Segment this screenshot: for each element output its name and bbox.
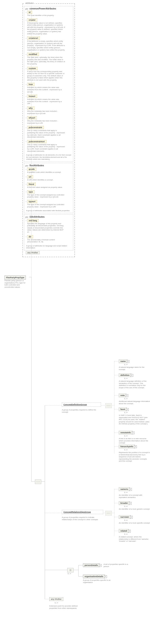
attr-desc: If the attribute is empty, specifies whi…	[27, 40, 65, 51]
attr-name: dir	[27, 235, 33, 238]
elem-name: name	[120, 360, 126, 362]
attribute-item: pubconstraintOne or many constraints tha…	[27, 126, 72, 138]
personDetails-desc: A set of properties specific to a person	[104, 563, 133, 568]
expand-icon[interactable]: +	[129, 488, 132, 491]
element-facet: facet+	[119, 408, 127, 411]
elem-name: narrower	[120, 516, 129, 518]
expand-icon[interactable]: +	[99, 564, 102, 567]
attr-desc: One or many constraints that apply to pu…	[27, 144, 65, 152]
element-related: related+	[119, 529, 129, 533]
elem-name: related	[120, 530, 127, 532]
attr-name: literal	[27, 183, 36, 186]
grp-kw: grp	[25, 8, 28, 10]
expand-icon[interactable]: +	[130, 516, 133, 518]
attribute-item: typeuriThe type of the concept assigned …	[27, 200, 72, 208]
elem-desc: An identifier of a more generic concept.	[119, 508, 150, 510]
attribute-item: literalA free-text value assigned as pro…	[27, 183, 72, 188]
expand-icon[interactable]: +	[127, 360, 129, 363]
attr-desc: Why the metadata has been included - exp…	[27, 120, 65, 124]
expand-icon[interactable]: +	[126, 394, 128, 397]
grp-kw: grp	[25, 164, 28, 167]
grp-title: commonPowerAttributes	[30, 8, 56, 10]
attribute-item: xml:langSpecifies the language of this p…	[27, 219, 72, 233]
grp-title: flexAttributes	[30, 164, 44, 167]
element-organisationDetails: organisationDetails+	[83, 575, 105, 578]
expand-icon[interactable]: +	[134, 446, 137, 448]
elem-desc: Represents the position of a concept in …	[119, 452, 150, 462]
grp-desc: A group of attributes for language and s…	[26, 245, 72, 249]
crg-title: ConceptRelationshipsGroup	[64, 511, 102, 513]
attributes-container: attributes grp commonPowerAttributesidTh…	[22, 3, 75, 257]
expand-icon[interactable]: +	[126, 408, 129, 411]
any-element-cardinality: 0..∞	[55, 602, 58, 604]
attr-desc: If set to true the corresponding propert…	[27, 70, 65, 81]
attr-desc: The local identifier of the property.	[27, 14, 65, 16]
cardinality: 0..∞	[124, 492, 128, 494]
attribute-item: pubconstrainturiOne or many constraints …	[27, 140, 72, 152]
any-element: any ##other	[49, 597, 63, 601]
choice-cardinality: 0..∞	[68, 573, 71, 575]
attr-desc: If the property value is not defined, sp…	[27, 22, 65, 35]
expand-icon[interactable]: +	[129, 502, 132, 505]
attr-name: whyuri	[27, 116, 37, 120]
organisationDetails-desc: A group of properties specific to an org…	[83, 579, 119, 584]
attr-group: grp commonPowerAttributesidThe local ide…	[24, 6, 73, 162]
sequence-compositor	[35, 480, 41, 484]
cdg-title: ConceptDefinitionGroup	[64, 404, 99, 406]
attribute-item: whyuriWhy the metadata has been included…	[27, 116, 72, 124]
expand-icon[interactable]: +	[132, 432, 134, 434]
any-element-label: any ##other	[51, 598, 62, 600]
attribute-item: modifiedThe date (and, optionally, the t…	[27, 53, 72, 65]
expand-icon[interactable]: +	[130, 374, 133, 377]
attr-desc: A qualified code which identifies a conc…	[27, 171, 65, 174]
attr-name: pubconstraint	[27, 126, 44, 129]
elem-name: broader	[120, 502, 128, 504]
attr-name: xml:lang	[27, 219, 38, 222]
cdg-desc: A group of properites required to define…	[62, 409, 99, 413]
element-broader: broader+	[119, 501, 130, 505]
elem-desc: A natural language name for the concept.	[119, 366, 150, 370]
attr-name: pubconstrainturi	[27, 140, 46, 143]
grp-desc: A group of attributes associated with fl…	[26, 210, 72, 212]
elem-name: remoteInfo	[120, 432, 131, 434]
elem-desc: An identifier of a concept with equivale…	[119, 494, 150, 498]
any-attribute: any ##other	[26, 252, 73, 254]
cardinality: 0..∞	[124, 449, 128, 451]
elem-desc: Additional natural language information …	[119, 400, 150, 404]
elem-desc: A related concept, where the relationshi…	[119, 536, 150, 542]
attr-name: creator	[27, 18, 37, 22]
grp-kw: grp	[25, 216, 28, 218]
root-type-desc: Flexible party (person or organisation) …	[4, 280, 29, 288]
crg-sequence	[106, 511, 112, 516]
attr-name: creatoruri	[27, 36, 40, 40]
root-type-name: FlexPartyPropType	[6, 276, 24, 279]
element-narrower: narrower+	[119, 515, 131, 519]
crg-desc: A group of properites required to indica…	[62, 516, 101, 520]
expand-icon[interactable]: +	[128, 530, 131, 532]
attribute-item: howuriIndicates by which means the value…	[27, 95, 72, 105]
cardinality: 0..∞	[124, 505, 128, 507]
model-group-crg: ConceptRelationshipsGroup	[62, 510, 103, 514]
attribute-item: qcodeA qualified code which identifies a…	[27, 168, 72, 174]
attribute-item: uriA URI which identifies a concept.	[27, 175, 72, 181]
any-attribute-label: any ##other	[26, 251, 40, 254]
cardinality: 0..∞	[124, 412, 128, 414]
expand-icon[interactable]: +	[104, 575, 107, 578]
attr-group: grp flexAttributesqcodeA qualified code …	[24, 163, 73, 213]
root-type: FlexPartyPropType	[4, 276, 26, 280]
element-definition: definition+	[119, 374, 131, 377]
elem-desc: An identifier of a more specific concept…	[119, 522, 150, 524]
attr-desc: A free-text value assigned as property v…	[27, 186, 65, 188]
attr-name: type	[27, 190, 34, 194]
attribute-item: creatorIf the property value is not defi…	[27, 18, 72, 35]
elem-name: sameAs	[120, 488, 128, 490]
attr-desc: The type of the concept assigned as cont…	[27, 194, 65, 198]
attribute-item: howIndicates by which means the value wa…	[27, 83, 72, 93]
elem-name: note	[120, 394, 125, 396]
grp-title: i18nAttributes	[30, 216, 44, 218]
attr-name: id	[27, 11, 32, 14]
model-group-cdg: ConceptDefinitionGroup	[62, 402, 101, 406]
cardinality: 0..∞	[124, 533, 128, 535]
attr-desc: A URI which identifies a concept.	[27, 179, 65, 181]
attr-name: qcode	[27, 168, 36, 171]
